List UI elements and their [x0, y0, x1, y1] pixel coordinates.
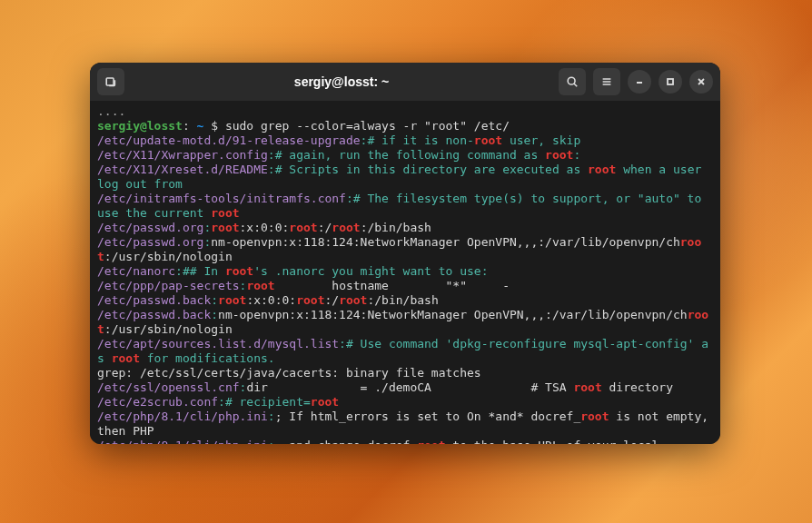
grep-filename: /etc/e2scrub.conf — [97, 395, 218, 409]
terminal-text: ; and change docref — [275, 439, 418, 444]
terminal-text: :x:0:0: — [246, 293, 296, 307]
terminal-text: root — [545, 148, 573, 162]
terminal-text: :/ — [318, 221, 332, 234]
terminal-text: # again, run the following command as — [275, 148, 545, 162]
grep-separator: : — [268, 410, 275, 423]
menu-button[interactable] — [593, 68, 620, 95]
terminal-text: directory — [602, 380, 673, 394]
grep-filename: /etc/passwd.org — [97, 235, 203, 249]
grep-filename: /etc/X11/Xreset.d/README — [97, 163, 268, 176]
grep-filename: /etc/nanorc — [97, 264, 175, 278]
grep-filename: /etc/passwd.back — [97, 293, 211, 307]
terminal-text: root — [218, 293, 246, 307]
terminal-text: root — [332, 221, 360, 234]
grep-filename: /etc/ppp/pap-secrets — [97, 279, 240, 292]
grep-separator: : — [218, 395, 225, 409]
terminal-text: root — [112, 351, 140, 365]
grep-separator: : — [268, 439, 275, 444]
minimize-icon — [634, 76, 645, 87]
terminal-text: :/usr/sbin/nologin — [104, 322, 233, 336]
terminal-text: # if it is non- — [367, 133, 473, 147]
prompt-separator: : — [183, 119, 190, 133]
svg-point-1 — [568, 77, 575, 84]
prompt-path: ~ — [190, 119, 204, 133]
terminal-text: root — [474, 133, 502, 147]
terminal-text: ; If html_errors is set to On *and* docr… — [275, 410, 581, 423]
terminal-text: 's .nanorc you might want to use: — [253, 264, 488, 278]
grep-separator: : — [268, 148, 275, 162]
terminal-text: root — [588, 163, 616, 176]
terminal-text: grep: /etc/ssl/certs/java/cacerts: binar… — [97, 366, 481, 380]
grep-filename: /etc/php/8.1/cli/php.ini — [97, 439, 268, 444]
minimize-button[interactable] — [628, 70, 651, 94]
terminal-text: root — [573, 380, 601, 394]
new-tab-icon — [104, 75, 117, 88]
terminal-text: root — [246, 279, 274, 292]
grep-filename: /etc/apt/sources.list.d/mysql.list — [97, 337, 339, 350]
grep-separator: : — [268, 163, 275, 176]
grep-filename: /etc/passwd.org — [97, 221, 203, 234]
terminal-text: # recipient= — [225, 395, 311, 409]
terminal-content[interactable]: .... sergiy@losst: ~ $ sudo grep --color… — [90, 101, 720, 444]
terminal-window: sergiy@losst: ~ .... sergiy@losst: ~ $ s… — [90, 63, 720, 444]
terminal-text: user, skip — [502, 133, 580, 147]
svg-rect-2 — [668, 79, 673, 84]
grep-filename: /etc/ssl/openssl.cnf — [97, 380, 240, 394]
close-button[interactable] — [689, 70, 713, 94]
terminal-text: to the base URL of your local — [446, 439, 659, 444]
maximize-button[interactable] — [659, 70, 682, 94]
grep-filename: /etc/update-motd.d/91-release-upgrade — [97, 133, 361, 147]
grep-separator: : — [211, 293, 218, 307]
close-icon — [696, 76, 707, 87]
terminal-text: root — [289, 221, 317, 234]
terminal-text: dir = ./demoCA # TSA — [246, 380, 573, 394]
terminal-text: .... — [97, 104, 125, 118]
terminal-text: nm-openvpn:x:118:124:NetworkManager Open… — [211, 235, 680, 249]
terminal-text: nm-openvpn:x:118:124:NetworkManager Open… — [218, 308, 688, 321]
grep-filename: /etc/passwd.back — [97, 308, 211, 321]
grep-separator: : — [211, 308, 218, 321]
terminal-text: root — [311, 395, 339, 409]
terminal-text: :/usr/sbin/nologin — [104, 250, 233, 263]
terminal-text: for modifications. — [140, 351, 275, 365]
prompt-command: sudo grep --color=always -r "root" /etc/ — [225, 119, 510, 133]
prompt-sigil: $ — [203, 119, 224, 133]
window-title: sergiy@losst: ~ — [132, 74, 551, 89]
terminal-text: root — [211, 221, 239, 234]
terminal-text: root — [211, 206, 239, 220]
search-icon — [566, 75, 579, 88]
terminal-text: :x:0:0: — [240, 221, 290, 234]
terminal-text: ## In — [183, 264, 225, 278]
terminal-text: hostname "*" - — [275, 279, 510, 292]
grep-filename: /etc/initramfs-tools/initramfs.conf — [97, 192, 346, 205]
terminal-text: :/ — [324, 293, 339, 307]
grep-separator: : — [339, 337, 346, 350]
terminal-text: root — [339, 293, 367, 307]
grep-separator: : — [175, 264, 183, 278]
titlebar: sergiy@losst: ~ — [90, 63, 720, 101]
terminal-text: root — [296, 293, 324, 307]
maximize-icon — [665, 76, 676, 87]
terminal-text: root — [225, 264, 253, 278]
new-tab-button[interactable] — [97, 68, 124, 95]
terminal-text: :/bin/bash — [367, 293, 438, 307]
terminal-text: root — [580, 410, 609, 423]
search-button[interactable] — [559, 68, 586, 95]
grep-filename: /etc/X11/Xwrapper.config — [97, 148, 268, 162]
prompt-userhost: sergiy@losst — [97, 119, 183, 133]
terminal-text: root — [417, 439, 445, 444]
hamburger-icon — [600, 75, 613, 88]
svg-rect-0 — [106, 78, 114, 85]
grep-filename: /etc/php/8.1/cli/php.ini — [97, 410, 268, 423]
terminal-text: : — [573, 148, 580, 162]
terminal-text: :/bin/bash — [361, 221, 431, 234]
terminal-text: # Scripts in this directory are executed… — [275, 163, 588, 176]
grep-separator: : — [346, 192, 353, 205]
